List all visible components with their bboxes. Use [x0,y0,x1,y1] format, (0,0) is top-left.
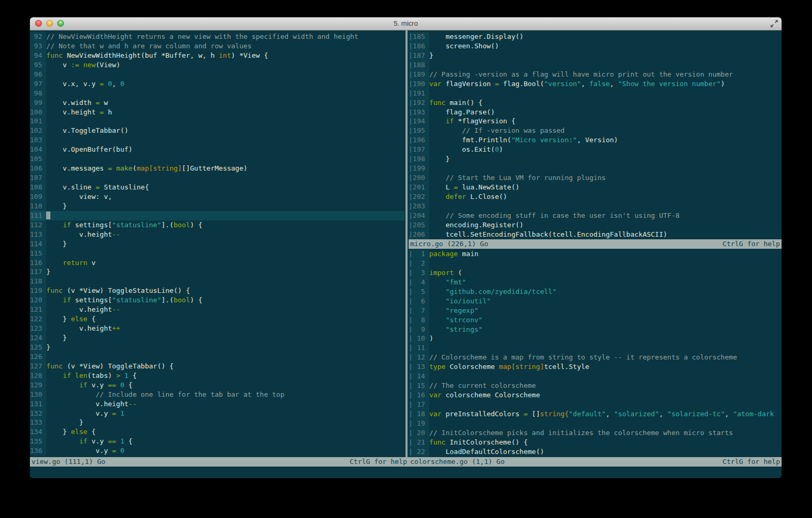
code-line[interactable]: | 4 "fmt" [409,278,782,287]
code-line[interactable]: | 2 [409,259,782,268]
code-line[interactable]: | 15 // The current colorscheme [409,381,782,390]
code-line[interactable]: 120 if settings["statusline"].(bool) { [30,295,404,305]
line-number: | 21 [409,438,429,447]
code-line[interactable]: 118 [30,277,404,286]
code-line[interactable]: |203 [409,202,782,211]
code-line[interactable]: 134 } else { [30,427,404,437]
code-line[interactable]: 93 // Note that w and h are raw column a… [30,41,404,51]
code-line[interactable]: 119 func (v *View) ToggleStatusLine() { [30,286,404,295]
editor-pane-view-go[interactable]: 92 // NewViewWidthHeight returns a new v… [30,30,404,457]
code-line[interactable]: |196 fmt.Println("Micro version:", Versi… [409,135,782,145]
code-line[interactable]: |185 messenger.Display() [409,32,782,41]
code-line[interactable]: 136 v.y = 0 [30,446,404,456]
code-line[interactable]: 130 // Include one line for the tab bar … [30,390,404,399]
code-line[interactable]: 101 [30,117,404,126]
code-line[interactable]: 126 [30,352,404,362]
code-line[interactable]: 133 } [30,418,404,427]
line-number: |201 [409,183,429,192]
code-line[interactable]: 97 v.x, v.y = 0, 0 [30,79,404,89]
code-line[interactable]: 108 v.sline = Statusline{ [30,183,404,192]
editor-pane-colorscheme-go[interactable]: | 1 package main| 2 | 3 import (| 4 "fmt… [409,249,782,457]
code-line[interactable]: 117 } [30,267,404,277]
code-line[interactable]: |189 // Passing -version as a flag will … [409,70,782,79]
code-line[interactable]: | 13 type Colorscheme map[string]tcell.S… [409,362,782,372]
code-line[interactable]: 107 [30,173,404,183]
code-line[interactable]: 116 return v [30,258,404,268]
code-line[interactable]: |187 } [409,51,782,60]
code-line[interactable]: |204 // Some encoding stuff in case the … [409,211,782,220]
code-line[interactable]: 106 v.messages = make(map[string][]Gutte… [30,164,404,173]
line-number: 97 [30,79,46,89]
code-line[interactable]: |188 [409,60,782,70]
code-line[interactable]: 96 [30,70,404,79]
editor-pane-micro-go[interactable]: |185 messenger.Display()|186 screen.Show… [409,30,782,239]
code-line[interactable]: | 3 import ( [409,268,782,278]
code-line[interactable]: 111 [30,211,404,220]
code-line[interactable]: |200 // Start the Lua VM for running plu… [409,173,782,183]
code-line[interactable]: 112 if settings["statusline"].(bool) { [30,220,404,230]
code-line[interactable]: | 14 [409,372,782,381]
code-line[interactable]: | 6 "io/ioutil" [409,297,782,306]
code-line[interactable]: 129 if v.y == 0 { [30,380,404,390]
code-line[interactable]: | 21 func InitColorscheme() { [409,438,782,447]
split-divider[interactable] [405,30,408,457]
code-line[interactable]: 102 v.ToggleTabbar() [30,126,404,135]
code-line[interactable]: |193 flag.Parse() [409,108,782,117]
code-line[interactable]: 109 view: v, [30,192,404,202]
code-line[interactable]: | 5 "github.com/zyedidia/tcell" [409,287,782,297]
code-line[interactable]: 100 v.height = h [30,108,404,117]
code-line[interactable]: | 11 [409,343,782,353]
code-line[interactable]: | 16 var colorscheme Colorscheme [409,390,782,400]
code-line[interactable]: 105 [30,154,404,164]
code-line[interactable]: 115 [30,249,404,258]
code-line[interactable]: |198 } [409,154,782,164]
code-line[interactable]: | 7 "regexp" [409,306,782,315]
code-line[interactable]: |197 os.Exit(0) [409,145,782,154]
code-line[interactable]: 131 v.height-- [30,399,404,409]
code-line[interactable]: | 9 "strings" [409,325,782,334]
code-line[interactable]: | 12 // Colorscheme is a map from string… [409,353,782,362]
code-line[interactable]: 127 func (v *View) ToggleTabbar() { [30,362,404,371]
code-line[interactable]: 128 if len(tabs) > 1 { [30,371,404,380]
code-line[interactable]: |190 var flagVersion = flag.Bool("versio… [409,79,782,89]
code-line[interactable]: | 1 package main [409,249,782,259]
code-line[interactable]: | 22 LoadDefaultColorscheme() [409,447,782,457]
code-line[interactable]: 98 [30,89,404,98]
code-line[interactable]: | 8 "strconv" [409,315,782,325]
code-line[interactable]: |186 screen.Show() [409,41,782,51]
code-line[interactable]: 113 v.height-- [30,230,404,239]
code-line[interactable]: | 20 // InitColorscheme picks and initia… [409,428,782,438]
code-line[interactable]: 125 } [30,343,404,352]
code-line[interactable]: |192 func main() { [409,98,782,108]
code-line[interactable]: 122 } else { [30,314,404,324]
fullscreen-arrows-icon[interactable] [770,19,778,28]
code-line[interactable]: | 19 [409,419,782,428]
code-line[interactable]: 135 if v.y == 1 { [30,437,404,446]
line-number: 108 [30,183,46,192]
code-line[interactable]: |199 [409,164,782,173]
code-line[interactable]: |205 encoding.Register() [409,220,782,230]
line-number: 119 [30,286,46,295]
code-line[interactable]: 110 } [30,202,404,211]
code-line[interactable]: 94 func NewViewWidthHeight(buf *Buffer, … [30,51,404,60]
code-line[interactable]: 114 } [30,239,404,249]
code-line[interactable]: 92 // NewViewWidthHeight returns a new v… [30,32,404,41]
code-line[interactable]: 95 v := new(View) [30,60,404,70]
code-line[interactable]: |202 defer L.Close() [409,192,782,202]
code-line[interactable]: 123 v.height++ [30,324,404,333]
code-line[interactable]: 121 v.height-- [30,305,404,314]
code-line[interactable]: | 18 var preInstalledColors = []string{"… [409,409,782,419]
code-line[interactable]: | 17 [409,400,782,409]
titlebar[interactable]: 5. micro [30,17,782,30]
code-line[interactable]: 103 [30,135,404,145]
code-line[interactable]: |194 if *flagVersion { [409,117,782,126]
code-line[interactable]: 99 v.width = w [30,98,404,108]
code-line[interactable]: | 10 ) [409,334,782,343]
code-line[interactable]: |195 // If -version was passed [409,126,782,135]
code-line[interactable]: 104 v.OpenBuffer(buf) [30,145,404,154]
code-line[interactable]: |201 L = lua.NewState() [409,183,782,192]
code-line[interactable]: 132 v.y = 1 [30,409,404,418]
code-line[interactable]: |206 tcell.SetEncodingFallback(tcell.Enc… [409,230,782,239]
code-line[interactable]: |191 [409,89,782,98]
code-line[interactable]: 124 } [30,333,404,343]
